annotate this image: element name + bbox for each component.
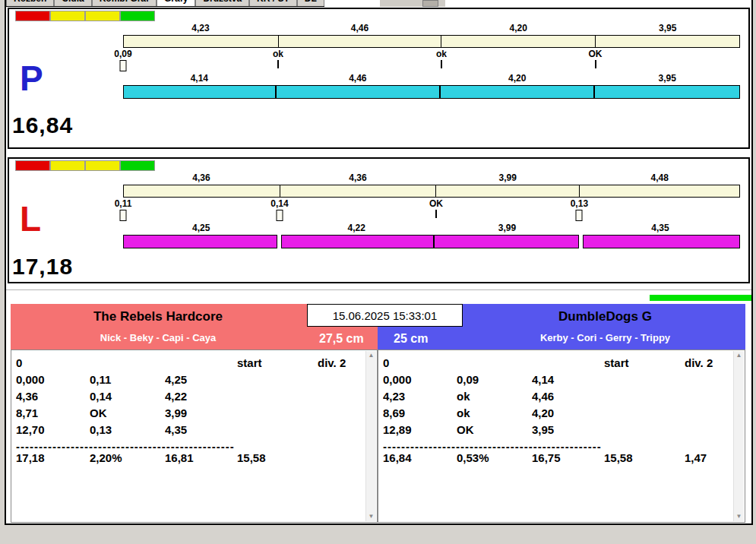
crossing-time-label: OK <box>429 198 443 209</box>
tab-rozbeh[interactable]: Rozbeh <box>6 0 54 7</box>
table-cell: 0,000 <box>16 373 90 390</box>
table-cell: 4,35 <box>165 423 237 440</box>
dashed-separator: ----------------------------------------… <box>383 440 604 451</box>
upper-bar <box>123 185 740 198</box>
table-cell: start <box>604 356 685 373</box>
split-time: 4,35 <box>580 223 740 233</box>
crossing-markers <box>123 60 740 72</box>
lane-letter: L <box>20 201 41 236</box>
crossing-tick-marker <box>435 210 437 218</box>
table-cell: 2,20% <box>90 451 165 468</box>
table-row: 0startdiv. 2 <box>383 356 729 373</box>
table-cell <box>604 373 685 390</box>
time-bar-segment <box>583 235 740 248</box>
table-cell <box>318 406 362 423</box>
crossing-tick-marker <box>595 60 596 68</box>
crossing-time-label: ok <box>273 49 283 59</box>
table-cell <box>532 356 604 373</box>
table-cell: 4,22 <box>165 390 237 406</box>
split-time: 4,46 <box>278 23 441 33</box>
table-cell <box>685 373 729 390</box>
status-block <box>85 11 120 21</box>
lower-split-times: 4,144,464,203,95 <box>123 73 740 84</box>
time-bar-segment <box>441 36 595 47</box>
table-row: 16,840,53%16,7515,581,47 <box>383 451 729 468</box>
table-cell <box>685 423 729 440</box>
green-indicator-strip <box>650 295 751 301</box>
time-bar-segment <box>580 185 739 197</box>
time-bar-segment <box>596 36 739 47</box>
table-cell: 12,89 <box>383 423 457 440</box>
status-block <box>120 11 155 21</box>
split-time: 4,36 <box>280 172 436 183</box>
table-cell: 0 <box>383 356 457 373</box>
table-cell <box>318 390 362 406</box>
tab-grafy[interactable]: Grafy <box>157 0 195 7</box>
table-cell: ok <box>457 390 532 406</box>
time-bar-segment <box>123 235 277 248</box>
table-cell <box>90 356 165 373</box>
lower-bar <box>123 235 740 248</box>
split-time: 4,22 <box>279 223 434 233</box>
table-row: 8,69ok4,20 <box>383 406 729 423</box>
crossing-time-label: 0,13 <box>571 198 588 209</box>
crossing-time-label: OK <box>589 49 603 59</box>
lane-letter: P <box>20 61 43 96</box>
table-cell: 17,18 <box>16 451 90 468</box>
split-time: 4,14 <box>123 73 276 84</box>
split-time: 4,48 <box>579 172 740 183</box>
tab--idl-[interactable]: Čidlá <box>54 0 91 7</box>
table-cell: 0,09 <box>457 373 532 390</box>
horizontal-scrollbar-thumb[interactable] <box>422 0 438 7</box>
table-cell <box>685 390 729 406</box>
table-cell <box>318 451 362 468</box>
crossing-box-marker <box>576 210 583 221</box>
vertical-scrollbar-left[interactable]: ▲ ▼ <box>365 351 376 521</box>
table-cell <box>318 423 362 440</box>
scroll-down-icon[interactable]: ▼ <box>366 512 376 521</box>
scroll-up-icon[interactable]: ▲ <box>734 351 744 360</box>
table-cell <box>604 423 685 440</box>
tab-dl[interactable]: DL <box>297 0 324 7</box>
table-cell: 3,99 <box>165 406 237 423</box>
time-bar-segment <box>594 85 740 99</box>
crossing-box-marker <box>120 60 127 71</box>
table-row: 17,182,20%16,8115,58 <box>16 451 362 468</box>
table-cell: div. 2 <box>318 356 362 373</box>
crossing-tick-marker <box>277 60 279 68</box>
table-cell: 4,25 <box>165 373 237 390</box>
table-cell: 8,71 <box>16 406 90 423</box>
tab-kombi-graf[interactable]: Kombi Graf <box>92 0 157 7</box>
scroll-down-icon[interactable]: ▼ <box>734 512 744 521</box>
crossing-markers <box>123 210 740 222</box>
tab-kr-t[interactable]: KR / ŠT <box>249 0 297 7</box>
lane-panel-p: 4,234,464,203,95 0,09okokOK 4,144,464,20… <box>8 8 750 149</box>
table-cell: 0,14 <box>90 390 165 406</box>
time-bar-segment <box>436 185 579 197</box>
scroll-up-icon[interactable]: ▲ <box>366 351 376 360</box>
status-block <box>15 160 50 171</box>
crossing-tick-marker <box>441 60 442 68</box>
dashed-separator: ----------------------------------------… <box>16 440 237 451</box>
table-row: 8,71OK3,99 <box>16 406 362 423</box>
table-cell: 0,13 <box>90 423 165 440</box>
upper-bar <box>123 35 740 48</box>
split-time: 4,25 <box>123 223 279 233</box>
crossing-time-label: ok <box>436 49 447 59</box>
status-block <box>85 160 120 171</box>
tab-dru-stv-[interactable]: Družstvá <box>195 0 249 7</box>
table-cell: 16,84 <box>383 451 457 468</box>
table-cell: 16,75 <box>532 451 604 468</box>
split-time: 3,99 <box>436 172 579 183</box>
split-time: 4,20 <box>441 23 596 33</box>
crossing-time-label: 0,11 <box>115 198 132 209</box>
lane-panel-l: 4,364,363,994,48 0,110,14OK0,13 4,254,22… <box>8 157 750 283</box>
tab-bar: RozbehČidláKombi GrafGrafyDružstváKR / Š… <box>6 0 324 7</box>
horizontal-scrollbar[interactable] <box>380 0 445 7</box>
vertical-scrollbar-right[interactable]: ▲ ▼ <box>733 351 744 521</box>
status-block <box>50 11 85 21</box>
table-cell: 4,23 <box>383 390 457 406</box>
results-grid-left: 0startdiv. 20,0000,114,254,360,144,228,7… <box>16 356 362 468</box>
upper-split-times: 4,364,363,994,48 <box>123 172 740 183</box>
table-cell: 0 <box>16 356 90 373</box>
